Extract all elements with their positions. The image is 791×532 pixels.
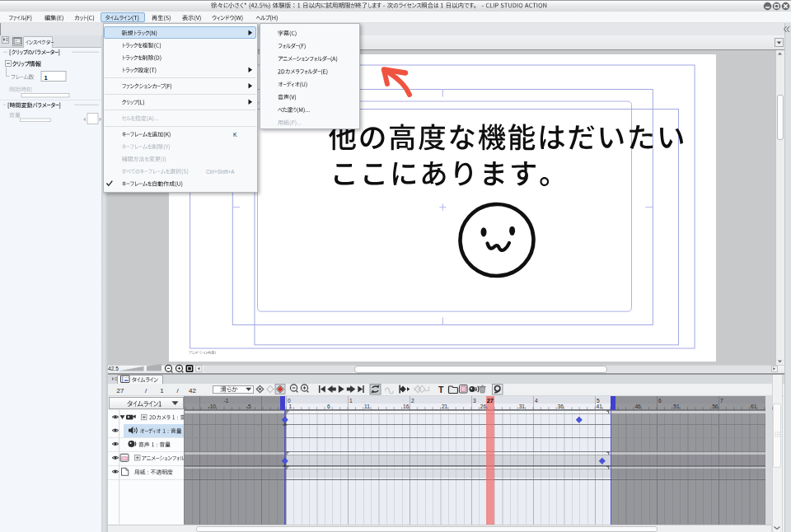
svg-text:6: 6 — [327, 404, 330, 409]
svg-text:1: 1 — [160, 387, 164, 394]
svg-text:5: 5 — [597, 398, 600, 404]
svg-text:41: 41 — [597, 404, 603, 409]
svg-text:1: 1 — [289, 404, 293, 409]
svg-text:21: 21 — [442, 404, 448, 409]
svg-text:-10: -10 — [208, 404, 217, 409]
svg-text:42.5: 42.5 — [108, 366, 119, 371]
svg-text:61: 61 — [751, 404, 757, 409]
svg-text:/: / — [176, 387, 179, 394]
svg-text:11: 11 — [364, 404, 370, 409]
svg-text:-1: -1 — [224, 398, 229, 404]
svg-text:6: 6 — [658, 398, 662, 404]
svg-text:3: 3 — [473, 398, 476, 404]
svg-text:7: 7 — [720, 398, 723, 404]
svg-text:Ctrl+Shift+A: Ctrl+Shift+A — [206, 169, 235, 175]
svg-text:0: 0 — [288, 398, 291, 404]
svg-text:/: / — [145, 387, 147, 394]
svg-text:36: 36 — [558, 404, 564, 409]
svg-text:51: 51 — [673, 404, 680, 409]
svg-text:T: T — [438, 385, 444, 394]
svg-text:26: 26 — [480, 404, 487, 409]
svg-text:31: 31 — [519, 404, 526, 409]
svg-text:4: 4 — [535, 398, 538, 404]
svg-text:56: 56 — [712, 404, 718, 409]
svg-text:2: 2 — [411, 398, 414, 404]
svg-text:K: K — [233, 132, 237, 138]
svg-text:42: 42 — [189, 387, 196, 394]
svg-text:46: 46 — [634, 404, 641, 409]
svg-text:27: 27 — [117, 387, 124, 394]
svg-text:16: 16 — [403, 404, 410, 409]
svg-text:27: 27 — [487, 397, 494, 404]
svg-text:1: 1 — [349, 398, 353, 404]
